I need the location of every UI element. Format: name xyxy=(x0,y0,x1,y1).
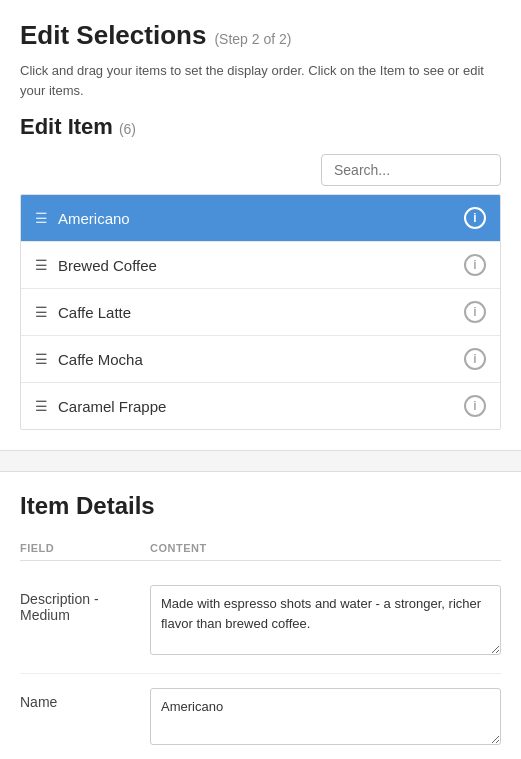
item-left: ☰ Brewed Coffee xyxy=(35,257,157,274)
drag-handle-icon: ☰ xyxy=(35,210,48,226)
list-item[interactable]: ☰ Caramel Frappe i xyxy=(21,383,500,429)
list-item[interactable]: ☰ Caffe Mocha i xyxy=(21,336,500,383)
top-section: Edit Selections (Step 2 of 2) Click and … xyxy=(0,0,521,451)
field-label-description: Description -Medium xyxy=(20,585,150,623)
item-details-section: Item Details FIELD CONTENT Description -… xyxy=(0,471,521,759)
page-title: Edit Selections (Step 2 of 2) xyxy=(20,20,501,51)
info-icon[interactable]: i xyxy=(464,207,486,229)
item-label: Caramel Frappe xyxy=(58,398,166,415)
section-title: Edit Item (6) xyxy=(20,114,501,140)
list-item[interactable]: ☰ Brewed Coffee i xyxy=(21,242,500,289)
content-column-header: CONTENT xyxy=(150,542,501,554)
item-left: ☰ Caffe Latte xyxy=(35,304,131,321)
info-icon[interactable]: i xyxy=(464,395,486,417)
items-list: ☰ Americano i ☰ Brewed Coffee i ☰ Caffe … xyxy=(20,194,501,430)
field-value-description: Made with espresso shots and water - a s… xyxy=(150,585,501,659)
item-label: Brewed Coffee xyxy=(58,257,157,274)
fields-header: FIELD CONTENT xyxy=(20,536,501,561)
item-count-badge: (6) xyxy=(119,121,136,137)
field-value-name: Americano xyxy=(150,688,501,749)
search-container xyxy=(20,154,501,186)
page-title-text: Edit Selections xyxy=(20,20,206,51)
drag-handle-icon: ☰ xyxy=(35,398,48,414)
edit-item-label: Edit Item xyxy=(20,114,113,140)
info-icon[interactable]: i xyxy=(464,348,486,370)
list-item[interactable]: ☰ Americano i xyxy=(21,195,500,242)
item-label: Americano xyxy=(58,210,130,227)
name-textarea[interactable]: Americano xyxy=(150,688,501,745)
step-label: (Step 2 of 2) xyxy=(214,31,291,47)
field-row-description: Description -Medium Made with espresso s… xyxy=(20,571,501,674)
field-row-name: Name Americano xyxy=(20,674,501,759)
item-left: ☰ Caramel Frappe xyxy=(35,398,166,415)
description-text: Click and drag your items to set the dis… xyxy=(20,61,501,100)
drag-handle-icon: ☰ xyxy=(35,304,48,320)
details-title: Item Details xyxy=(20,492,501,520)
fields-table: FIELD CONTENT Description -Medium Made w… xyxy=(20,536,501,759)
item-left: ☰ Caffe Mocha xyxy=(35,351,143,368)
item-left: ☰ Americano xyxy=(35,210,130,227)
item-label: Caffe Latte xyxy=(58,304,131,321)
info-icon[interactable]: i xyxy=(464,254,486,276)
list-item[interactable]: ☰ Caffe Latte i xyxy=(21,289,500,336)
info-icon[interactable]: i xyxy=(464,301,486,323)
field-column-header: FIELD xyxy=(20,542,150,554)
field-label-name: Name xyxy=(20,688,150,710)
drag-handle-icon: ☰ xyxy=(35,257,48,273)
drag-handle-icon: ☰ xyxy=(35,351,48,367)
search-input[interactable] xyxy=(321,154,501,186)
item-label: Caffe Mocha xyxy=(58,351,143,368)
description-textarea[interactable]: Made with espresso shots and water - a s… xyxy=(150,585,501,655)
